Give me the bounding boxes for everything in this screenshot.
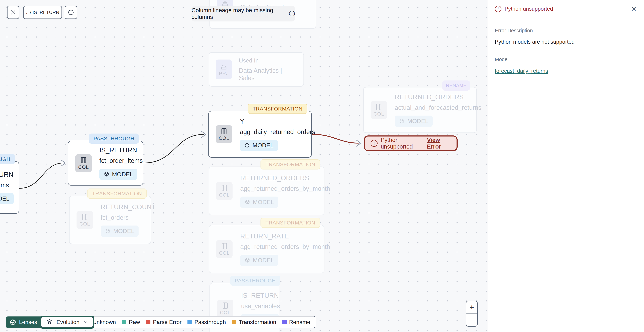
warning-icon: ! — [495, 5, 502, 12]
column-icon: COL — [75, 154, 92, 172]
zoom-out-button[interactable]: − — [466, 314, 477, 326]
node-is-return-fct-order-items[interactable]: PASSTHROUGH COL IS_RETURN fct_order_item… — [68, 141, 143, 186]
passthrough-badge: PASSTHROUGH — [89, 134, 139, 144]
lineage-canvas[interactable]: PRJ Used In Data Analytics | Marketing P… — [0, 0, 487, 332]
column-icon-label: COL — [78, 164, 89, 170]
close-icon — [10, 9, 16, 15]
lineage-type-legend: Unknown Raw Parse Error Passthrough Tran… — [80, 316, 315, 328]
node-title: IS_RETURN — [241, 292, 279, 299]
column-icon-label: COL — [374, 111, 384, 117]
layers-icon — [46, 319, 53, 326]
refresh-button[interactable] — [65, 6, 77, 19]
lens-selected-value: Evolution — [56, 319, 80, 325]
node-returned-orders-by-month[interactable]: TRANSFORMATION COL RETURNED_ORDERS agg_r… — [208, 167, 324, 215]
model-tag-label: MODEL — [253, 257, 274, 264]
breadcrumb[interactable]: .. / IS_RETURN — [23, 6, 62, 19]
cube-icon — [104, 171, 110, 177]
column-icon-label: COL — [219, 250, 230, 256]
legend-label: Passthrough — [194, 319, 226, 325]
cube-icon — [244, 257, 250, 263]
info-icon: ⓘ — [289, 11, 295, 16]
node-subtitle: use_variables — [241, 303, 280, 310]
column-icon-label: COL — [220, 310, 230, 316]
view-error-link[interactable]: View Error — [427, 137, 451, 150]
lineage-warning-banner: Column lineage may be missing columns ⓘ — [192, 6, 295, 21]
model-label: Model — [495, 56, 637, 62]
lenses-button[interactable]: Lenses — [6, 317, 43, 328]
warning-icon: ! — [370, 140, 378, 147]
legend-item-raw: Raw — [122, 319, 140, 325]
legend-item-transformation: Transformation — [232, 319, 276, 325]
node-title: IS_RETURN — [100, 146, 137, 154]
node-subtitle: agg_returned_orders_by_month — [240, 243, 330, 251]
column-icon: COL — [216, 125, 232, 143]
node-title: RETURN_COUNT — [101, 203, 156, 211]
error-node-label: Python unsupported — [381, 137, 424, 150]
model-tag-label: MODEL — [112, 171, 133, 178]
refresh-icon — [68, 9, 74, 16]
column-icon: COL — [76, 211, 93, 229]
chevron-down-icon — [83, 320, 88, 325]
node-title: Used In — [239, 57, 259, 64]
column-icon-label: COL — [219, 135, 230, 141]
legend-label: Unknown — [92, 319, 116, 325]
node-subtitle: agg_daily_returned_orders — [240, 128, 315, 136]
legend-swatch — [232, 320, 236, 324]
transformation-badge: TRANSFORMATION — [248, 104, 307, 114]
lens-aperture-icon — [10, 319, 16, 326]
column-icon: COL — [370, 101, 387, 119]
lens-select-ring: Evolution — [40, 316, 94, 329]
project-icon-label: PRJ — [219, 71, 229, 76]
node-title: IS_RETURN — [0, 171, 13, 178]
legend-label: Transformation — [239, 319, 276, 325]
node-title: Used In — [241, 0, 261, 0]
legend-swatch — [122, 320, 126, 324]
model-tag: MODEL — [240, 140, 278, 151]
model-tag: MODEL — [101, 226, 138, 237]
transformation-badge: TRANSFORMATION — [87, 189, 147, 199]
column-icon: COL — [217, 300, 234, 318]
close-panel-button[interactable]: ✕ — [631, 5, 637, 13]
edge-agg-to-error — [312, 134, 358, 143]
model-tag-label: MODEL — [253, 199, 274, 205]
model-tag-label: MODEL — [113, 228, 134, 234]
node-subtitle: Data Analytics | Sales — [239, 67, 297, 82]
cube-icon — [105, 228, 111, 234]
node-actual-and-forecasted-returns[interactable]: RENAME COL RETURNED_ORDERS actual_and_fo… — [363, 87, 477, 133]
node-used-in-sales[interactable]: PRJ Used In Data Analytics | Sales — [208, 52, 304, 87]
close-lineage-button[interactable] — [7, 6, 19, 19]
lens-select[interactable]: Evolution — [41, 317, 93, 328]
column-icon: COL — [216, 182, 232, 200]
model-tag: MODEL — [395, 116, 432, 127]
breadcrumb-label: .. / IS_RETURN — [26, 10, 60, 15]
model-tag-label: MODEL — [0, 195, 10, 202]
node-subtitle: order_items — [0, 182, 9, 189]
node-subtitle: actual_and_forecasted_returns — [395, 104, 481, 111]
error-description-value: Python models are not supported — [495, 39, 637, 45]
plus-icon: + — [470, 303, 474, 312]
node-agg-daily-returned-orders[interactable]: TRANSFORMATION COL Y agg_daily_returned_… — [208, 111, 312, 158]
legend-item-passthrough: Passthrough — [188, 319, 226, 325]
project-icon: PRJ — [216, 59, 232, 79]
passthrough-badge: PASSTHROUGH — [230, 276, 280, 286]
minus-icon: − — [470, 316, 474, 324]
legend-swatch — [146, 320, 150, 324]
legend-item-rename: Rename — [282, 319, 310, 325]
zoom-in-button[interactable]: + — [466, 301, 477, 314]
node-return-rate[interactable]: TRANSFORMATION COL RETURN_RATE agg_retur… — [208, 225, 324, 273]
column-icon-label: COL — [219, 192, 230, 198]
lenses-label: Lenses — [19, 319, 37, 325]
transformation-badge: TRANSFORMATION — [260, 218, 320, 228]
node-return-count[interactable]: TRANSFORMATION COL RETURN_COUNT fct_orde… — [69, 196, 151, 244]
error-panel: ! Python unsupported ✕ Error Description… — [487, 0, 644, 332]
node-title: Y — [240, 118, 244, 125]
error-description-label: Error Description — [495, 28, 637, 33]
node-left-partial[interactable]: PASSTHROUGH COL IS_RETURN order_items — [0, 161, 19, 214]
error-node-python-unsupported[interactable]: ! Python unsupported View Error — [364, 135, 458, 151]
model-link[interactable]: forecast_daily_returns — [495, 68, 548, 74]
legend-swatch — [188, 320, 192, 324]
model-tag: MODEL — [100, 169, 137, 180]
node-subtitle: agg_returned_orders_by_month — [240, 185, 330, 192]
model-tag: MODEL — [0, 193, 14, 204]
cube-icon — [244, 199, 250, 205]
